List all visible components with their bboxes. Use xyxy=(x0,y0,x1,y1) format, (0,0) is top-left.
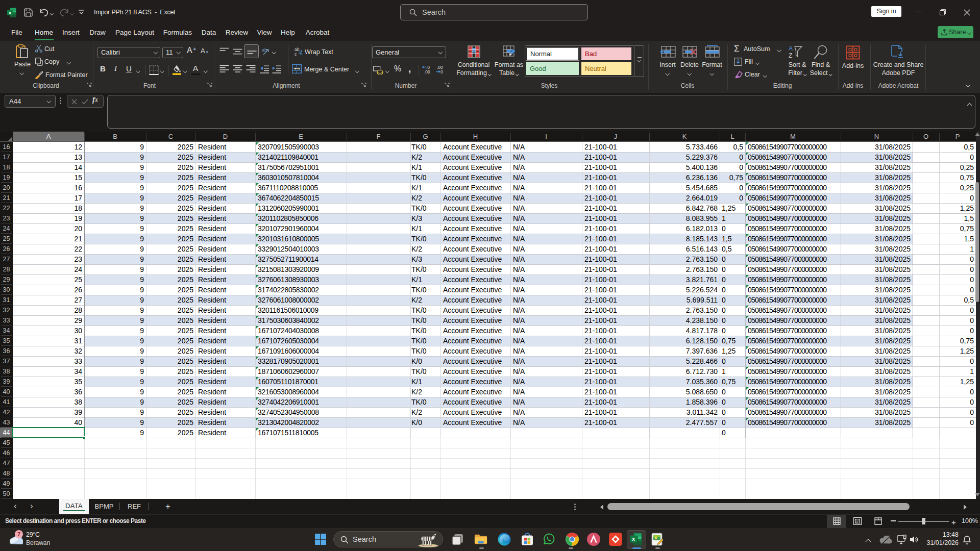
svg-text:x: x xyxy=(9,10,11,15)
svg-text:c: c xyxy=(295,52,297,56)
svg-text:.00: .00 xyxy=(424,69,430,74)
svg-text:0: 0 xyxy=(440,69,443,74)
svg-text:x: x xyxy=(632,536,635,542)
svg-text:Z: Z xyxy=(789,52,792,59)
svg-text:A: A xyxy=(789,45,793,52)
